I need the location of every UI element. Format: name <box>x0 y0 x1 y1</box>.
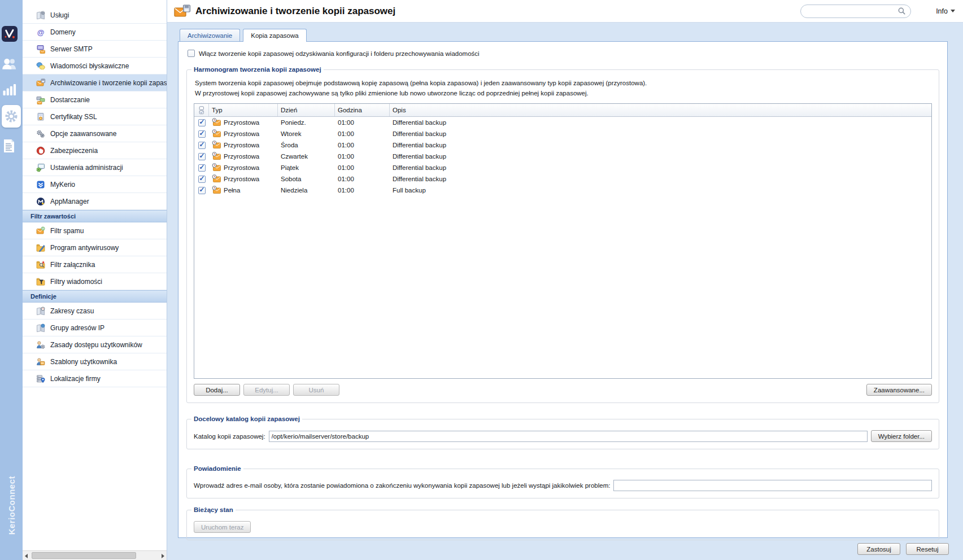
advanced-icon <box>36 129 45 138</box>
sidebar-item-label: Domeny <box>50 28 76 36</box>
sidebar-item-admin[interactable]: Ustawienia administracji <box>23 159 167 176</box>
access-icon <box>36 340 45 349</box>
backup-directory-input[interactable] <box>269 431 868 442</box>
table-row[interactable]: Przyrostowa Piątek 01:00 Differential ba… <box>194 162 931 173</box>
sidebar-item-msgfilter[interactable]: Filtry wiadomości <box>23 273 167 290</box>
domains-icon: @ <box>36 28 45 37</box>
edit-button[interactable]: Edytuj... <box>243 384 290 396</box>
cell-godzina: 01:00 <box>338 130 354 137</box>
run-now-button[interactable]: Uruchom teraz <box>194 521 251 533</box>
advanced-button[interactable]: Zaawansowane... <box>866 384 932 396</box>
row-checkbox[interactable] <box>198 153 206 160</box>
row-checkbox[interactable] <box>198 142 206 149</box>
add-button[interactable]: Dodaj... <box>194 384 240 396</box>
sidebar-item-ssl[interactable]: Certyfikaty SSL <box>23 108 167 125</box>
sidebar-item-label: Zabezpieczenia <box>50 147 98 155</box>
table-row[interactable]: Przyrostowa Wtorek 01:00 Differential ba… <box>194 128 931 139</box>
column-header-godzina[interactable]: Godzina <box>335 104 390 116</box>
sidebar-item-label: Certyfikaty SSL <box>50 113 97 121</box>
row-checkbox[interactable] <box>198 119 206 126</box>
users-icon[interactable] <box>2 56 18 71</box>
row-checkbox[interactable] <box>198 187 206 194</box>
sidebar-item-templates[interactable]: Szablony użytkownika <box>23 353 167 370</box>
delivery-icon <box>36 95 45 104</box>
sidebar-item-advanced[interactable]: Opcje zaawansowane <box>23 125 167 142</box>
notification-email-input[interactable] <box>613 480 932 491</box>
sidebar-item-im[interactable]: Wiadomości błyskawiczne <box>23 58 167 75</box>
table-body: Przyrostowa Poniedz. 01:00 Differential … <box>194 117 931 378</box>
notification-label: Wprowadź adres e-mail osoby, która zosta… <box>194 482 610 489</box>
search-input[interactable] <box>807 7 897 16</box>
cell-dzien: Czwartek <box>281 153 308 160</box>
scrollbar-thumb[interactable] <box>32 552 136 559</box>
cell-typ: Przyrostowa <box>224 130 259 137</box>
table-row[interactable]: Przyrostowa Poniedz. 01:00 Differential … <box>194 117 931 128</box>
table-row[interactable]: Przyrostowa Środa 01:00 Differential bac… <box>194 139 931 151</box>
sidebar-horizontal-scrollbar[interactable] <box>23 550 167 560</box>
scroll-left-arrow-icon[interactable] <box>25 554 28 558</box>
sidebar-item-locations[interactable]: Lokalizacje firmy <box>23 370 167 387</box>
sidebar-item-delivery[interactable]: Dostarczanie <box>23 91 167 108</box>
sidebar-item-label: Serwer SMTP <box>50 45 93 53</box>
browse-folder-button[interactable]: Wybierz folder... <box>871 430 932 442</box>
row-checkbox[interactable] <box>198 130 206 138</box>
scroll-right-arrow-icon[interactable] <box>162 554 164 558</box>
sidebar-item-label: Grupy adresów IP <box>50 324 104 332</box>
cell-godzina: 01:00 <box>338 142 354 148</box>
apply-button[interactable]: Zastosuj <box>857 543 900 555</box>
sidebar-item-archive[interactable]: Archiwizowanie i tworzenie kopii zapasow <box>23 75 167 91</box>
brand-vertical: KerioConnect <box>0 476 23 535</box>
ipgroups-icon <box>36 323 45 333</box>
sidebar-item-timerange[interactable]: Zakresy czasu <box>23 303 167 320</box>
icon-rail: KerioConnect <box>0 0 23 560</box>
msgfilter-icon <box>36 277 45 286</box>
stats-icon[interactable] <box>2 82 18 96</box>
sidebar-item-attachment[interactable]: Filtr załącznika <box>23 256 167 273</box>
row-checkbox[interactable] <box>198 164 206 172</box>
cell-dzien: Piątek <box>281 164 299 171</box>
remove-button[interactable]: Usuń <box>293 384 339 396</box>
sidebar-item-antivirus[interactable]: Program antywirusowy <box>23 239 167 256</box>
enable-backup-checkbox[interactable] <box>188 50 195 57</box>
info-menu[interactable]: Info <box>936 7 955 15</box>
timerange-icon <box>36 307 45 316</box>
table-row[interactable]: Przyrostowa Czwartek 01:00 Differential … <box>194 151 931 162</box>
sidebar-item-appmanager[interactable]: AppManager <box>23 193 167 210</box>
cell-godzina: 01:00 <box>338 153 354 160</box>
sidebar-item-spam[interactable]: Filtr spamu <box>23 222 167 239</box>
attachment-icon <box>36 260 45 269</box>
backup-schedule-icon <box>212 163 221 172</box>
archive-backup-icon <box>174 4 191 19</box>
enable-backup-label: Włącz tworzenie kopii zapasowej odzyskiw… <box>199 50 480 57</box>
column-header-opis[interactable]: Opis <box>390 104 931 116</box>
sidebar-item-mykerio[interactable]: MyKerio <box>23 176 167 193</box>
sidebar-item-label: Filtry wiadomości <box>50 278 102 286</box>
chevron-down-icon <box>951 10 955 12</box>
page-title: Archiwizowanie i tworzenie kopii zapasow… <box>195 6 395 17</box>
sidebar-item-domains[interactable]: @ Domeny <box>23 24 167 41</box>
column-header-typ[interactable]: Typ <box>209 104 278 116</box>
sidebar-item-access[interactable]: Zasady dostępu użytkowników <box>23 336 167 353</box>
settings-icon[interactable] <box>2 105 21 128</box>
table-row[interactable]: Pełna Niedziela 01:00 Full backup <box>194 185 931 196</box>
brand-label: KerioConnect <box>7 476 16 535</box>
sidebar: Usługi @ Domeny Serwer SMTP Wiadomości b… <box>23 0 167 560</box>
column-header-dzien[interactable]: Dzień <box>278 104 335 116</box>
sidebar-item-security[interactable]: Zabezpieczenia <box>23 142 167 159</box>
reset-button[interactable]: Resetuj <box>906 543 949 555</box>
search-icon <box>897 7 906 15</box>
backup-schedule-icon <box>212 129 221 138</box>
logs-icon[interactable] <box>2 138 16 154</box>
row-checkbox[interactable] <box>198 176 206 183</box>
select-all-icon <box>199 106 204 115</box>
select-all-column-header[interactable] <box>194 104 209 116</box>
target-directory-group: Docelowy katalog kopii zapasowej Katalog… <box>186 415 939 449</box>
tab-archiwizowanie[interactable]: Archiwizowanie <box>180 29 240 41</box>
sidebar-item-smtp[interactable]: Serwer SMTP <box>23 41 167 58</box>
table-header: Typ Dzień Godzina Opis <box>194 104 931 117</box>
kerio-logo[interactable] <box>2 26 18 42</box>
sidebar-item-ipgroups[interactable]: Grupy adresów IP <box>23 320 167 336</box>
sidebar-item-services[interactable]: Usługi <box>23 7 167 24</box>
table-row[interactable]: Przyrostowa Sobota 01:00 Differential ba… <box>194 173 931 185</box>
tab-kopia-zapasowa[interactable]: Kopia zapasowa <box>243 29 306 42</box>
